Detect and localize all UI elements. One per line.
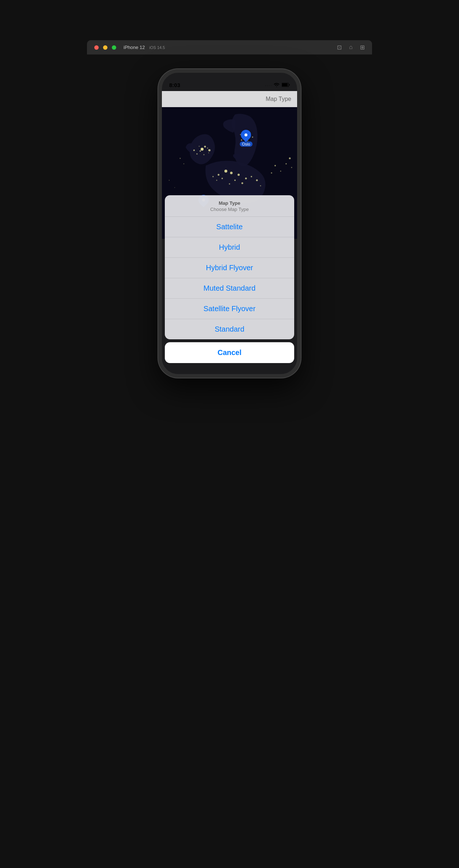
action-item-standard[interactable]: Standard [165,319,294,339]
svg-point-3 [201,148,204,151]
svg-point-8 [193,150,195,151]
svg-point-40 [289,158,291,159]
close-dot[interactable] [94,45,99,50]
action-item-hybrid-flyover-label: Hybrid Flyover [206,264,253,272]
action-sheet: Map Type Choose Map Type Sattelite Hybri… [165,195,294,339]
action-item-muted-standard-label: Muted Standard [204,284,255,292]
svg-point-26 [221,178,223,179]
camera-icon[interactable]: ⊡ [337,44,342,51]
svg-point-34 [260,185,261,186]
svg-point-38 [180,158,181,159]
svg-point-39 [183,163,184,164]
action-item-satellite[interactable]: Sattelite [165,217,294,237]
action-sheet-container: Map Type Choose Map Type Sattelite Hybri… [162,192,297,374]
phone-frame: 8:03 · · · · Map Type [158,69,301,378]
notch [202,73,257,84]
action-item-hybrid-label: Hybrid [219,243,240,251]
signal-icon: · · · · [265,84,272,87]
svg-point-41 [285,163,287,165]
svg-point-37 [271,172,272,174]
device-os: iOS 14.5 [149,45,165,50]
status-icons: · · · · [265,83,290,88]
svg-point-5 [200,150,201,152]
page-wrapper: iPhone 12 iOS 14.5 ⊡ ⌂ ⊞ 8:03 · · · · [0,0,459,868]
pin-circle-oslo [239,128,254,142]
svg-point-12 [208,149,210,151]
wifi-icon [274,83,280,88]
action-sheet-subtitle: Choose Map Type [171,207,288,212]
action-sheet-title: Map Type [171,200,288,206]
svg-point-35 [274,165,276,166]
action-item-satellite-flyover[interactable]: Satellite Flyover [165,299,294,319]
nav-title: Map Type [266,96,291,102]
action-item-muted-standard[interactable]: Muted Standard [165,278,294,299]
svg-point-9 [204,154,205,155]
nav-bar: Map Type [162,91,297,107]
action-item-satellite-label: Sattelite [216,223,243,231]
action-item-hybrid[interactable]: Hybrid [165,237,294,258]
svg-point-10 [199,146,200,147]
svg-point-44 [174,187,175,188]
device-name: iPhone 12 [124,45,145,50]
action-item-satellite-flyover-label: Satellite Flyover [204,305,255,313]
svg-point-32 [216,180,217,181]
svg-point-42 [291,167,292,168]
cancel-label: Cancel [217,348,242,356]
action-sheet-header: Map Type Choose Map Type [165,195,294,217]
oslo-pin[interactable]: Oslo [240,130,253,147]
home-icon[interactable]: ⌂ [349,44,353,51]
svg-point-6 [207,148,208,149]
svg-point-25 [218,174,220,176]
status-time: 8:03 [169,82,180,88]
resize-icon[interactable]: ⊞ [360,44,365,51]
minimize-dot[interactable] [103,45,107,50]
svg-point-29 [229,183,230,185]
pin-inner-oslo [244,133,247,136]
svg-point-21 [224,170,227,173]
oslo-label: Oslo [240,141,253,147]
svg-point-4 [204,146,206,148]
simulator-chrome: iPhone 12 iOS 14.5 ⊡ ⌂ ⊞ [87,40,372,54]
svg-point-11 [208,152,209,153]
svg-point-43 [169,180,170,181]
svg-point-30 [251,176,252,177]
cancel-button[interactable]: Cancel [165,342,294,363]
svg-point-24 [245,178,247,180]
action-item-hybrid-flyover[interactable]: Hybrid Flyover [165,258,294,278]
svg-point-27 [234,180,236,181]
simulator-icons: ⊡ ⌂ ⊞ [337,44,365,51]
battery-icon [282,83,290,88]
svg-point-31 [256,180,258,181]
svg-point-33 [212,176,214,177]
svg-point-36 [280,171,281,172]
maximize-dot[interactable] [112,45,116,50]
svg-point-23 [238,174,240,176]
svg-point-22 [230,172,233,174]
svg-point-28 [242,182,243,184]
svg-rect-1 [282,83,288,86]
action-item-standard-label: Standard [215,325,244,333]
svg-point-7 [196,153,198,155]
